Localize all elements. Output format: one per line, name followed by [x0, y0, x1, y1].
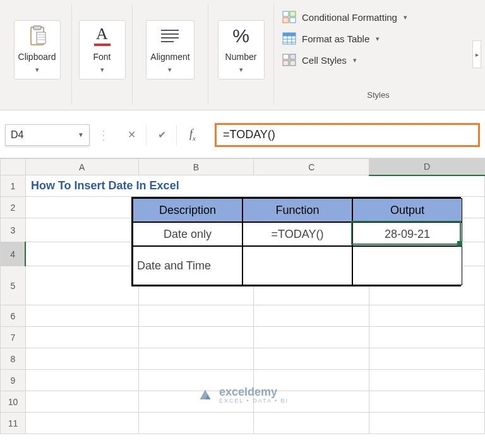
row-header[interactable]: 8	[1, 348, 26, 370]
row-header[interactable]: 10	[1, 391, 26, 413]
brand-icon	[196, 386, 214, 404]
row-header[interactable]: 6	[1, 305, 26, 327]
insert-function-button[interactable]: fx	[178, 125, 207, 145]
cell[interactable]	[25, 391, 138, 413]
cell[interactable]	[25, 413, 138, 434]
clipboard-label: Clipboard	[18, 52, 56, 62]
table-cell[interactable]: Date and Time	[133, 246, 242, 285]
cell[interactable]	[25, 305, 138, 327]
cell[interactable]	[25, 218, 138, 242]
check-icon: ✔	[158, 129, 166, 141]
cell[interactable]	[25, 266, 138, 305]
svg-rect-8	[283, 33, 296, 36]
cell-styles-button[interactable]: Cell Styles ▾	[282, 52, 357, 68]
table-cell[interactable]: 28-09-21	[352, 222, 462, 246]
svg-rect-2	[37, 32, 45, 44]
cell[interactable]	[369, 327, 485, 348]
close-icon: ✕	[128, 129, 136, 141]
number-button[interactable]: % Number ▾	[218, 20, 265, 80]
column-headers: A B C D	[1, 159, 485, 175]
format-as-table-button[interactable]: Format as Table ▾	[282, 30, 380, 47]
cell-styles-label: Cell Styles	[302, 55, 347, 66]
group-label-clipboard	[6, 90, 68, 105]
cell[interactable]	[138, 305, 254, 327]
cancel-formula-button[interactable]: ✕	[117, 125, 147, 145]
styles-group-label: Styles	[278, 90, 479, 105]
cell[interactable]	[138, 348, 254, 370]
cell[interactable]	[254, 348, 369, 370]
ribbon-group-alignment: Alignment ▾	[133, 4, 208, 105]
svg-rect-3	[283, 11, 289, 16]
ribbon-group-styles: Conditional Formatting ▾ Format as Table…	[274, 4, 482, 105]
ribbon-collapse-button[interactable]: ▸	[472, 40, 481, 68]
row-header[interactable]: 9	[1, 370, 26, 391]
cell[interactable]	[138, 413, 254, 434]
separator-icon: ⋮	[97, 127, 110, 143]
conditional-formatting-icon	[282, 10, 297, 24]
name-box-value: D4	[11, 129, 23, 141]
cell[interactable]	[25, 327, 138, 348]
chevron-down-icon: ▾	[100, 66, 104, 74]
cell[interactable]	[369, 391, 485, 413]
col-header[interactable]: D	[369, 159, 485, 175]
brand-name: exceldemy	[219, 386, 277, 398]
cell[interactable]	[254, 413, 369, 434]
clipboard-button[interactable]: Clipboard ▾	[14, 20, 61, 80]
sheet-title: How To Insert Date In Excel	[26, 179, 484, 192]
cell[interactable]	[25, 242, 138, 266]
cell[interactable]	[369, 305, 485, 327]
row-header[interactable]: 4	[1, 242, 26, 266]
row-header[interactable]: 2	[1, 197, 26, 218]
fx-icon: fx	[189, 127, 196, 142]
col-header[interactable]: B	[138, 159, 254, 175]
row-header[interactable]: 3	[1, 218, 26, 242]
cell[interactable]	[369, 348, 485, 370]
svg-rect-12	[290, 61, 296, 66]
chevron-down-icon: ▾	[35, 66, 39, 74]
svg-rect-1	[33, 26, 41, 30]
table-cell[interactable]: Date only	[133, 222, 242, 246]
ribbon-group-font: A Font ▾	[72, 4, 133, 105]
table-cell[interactable]: =TODAY()	[242, 222, 352, 246]
cell[interactable]	[25, 197, 138, 218]
name-box[interactable]: D4 ▼	[5, 124, 90, 146]
conditional-formatting-button[interactable]: Conditional Formatting ▾	[282, 9, 407, 25]
cell[interactable]	[369, 370, 485, 391]
row-header[interactable]: 5	[1, 266, 26, 305]
chevron-down-icon: ▾	[376, 35, 380, 43]
cell[interactable]	[25, 348, 138, 370]
svg-rect-10	[290, 54, 296, 59]
chevron-down-icon: ▾	[168, 66, 172, 74]
cell[interactable]: How To Insert Date In Excel	[25, 175, 484, 197]
svg-rect-5	[283, 18, 289, 23]
table-icon	[282, 32, 297, 45]
row-header[interactable]: 11	[1, 413, 26, 434]
table-cell[interactable]	[352, 246, 462, 285]
cell[interactable]	[369, 413, 485, 434]
cell[interactable]	[25, 370, 138, 391]
col-header[interactable]: C	[254, 159, 369, 175]
select-all-corner[interactable]	[1, 159, 26, 175]
cell[interactable]	[138, 327, 254, 348]
alignment-button[interactable]: Alignment ▾	[146, 20, 194, 80]
col-header[interactable]: A	[25, 159, 138, 175]
chevron-down-icon: ▾	[404, 13, 407, 21]
conditional-formatting-label: Conditional Formatting	[302, 12, 397, 23]
row-header[interactable]: 7	[1, 327, 26, 348]
formula-input[interactable]: =TODAY()	[215, 123, 480, 147]
row-header[interactable]: 1	[1, 175, 26, 197]
chevron-down-icon: ▾	[353, 56, 357, 64]
formula-text: =TODAY()	[223, 128, 275, 141]
accept-formula-button[interactable]: ✔	[148, 125, 177, 145]
table-cell[interactable]	[242, 246, 352, 285]
brand-tag: EXCEL • DATA • BI	[219, 398, 289, 404]
font-button[interactable]: A Font ▾	[79, 20, 126, 80]
font-label: Font	[93, 52, 111, 62]
cell[interactable]	[254, 305, 369, 327]
alignment-icon	[157, 23, 183, 49]
cell[interactable]	[254, 327, 369, 348]
ribbon-group-clipboard: Clipboard ▾	[3, 4, 72, 105]
watermark: exceldemy EXCEL • DATA • BI	[196, 386, 289, 404]
data-table: Description Function Output Date only =T…	[131, 197, 461, 286]
font-icon: A	[90, 23, 115, 49]
